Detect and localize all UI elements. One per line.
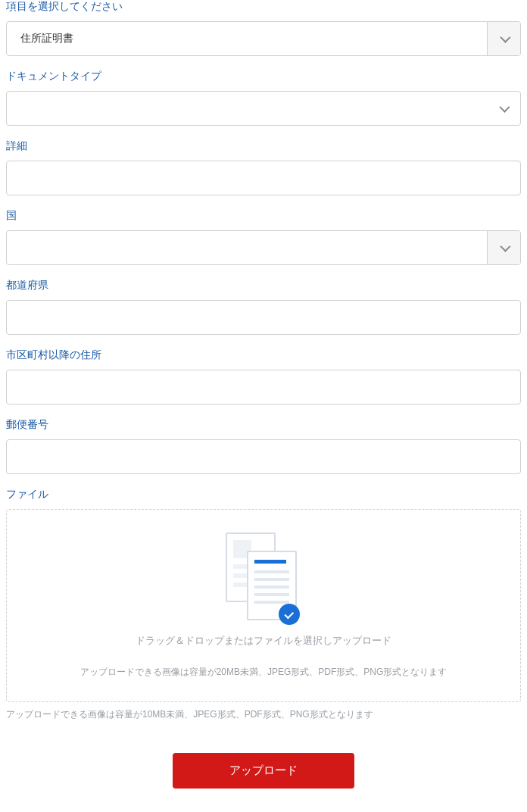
detail-label: 詳細	[6, 139, 521, 153]
doctype-select-value	[7, 92, 487, 125]
dropzone-text: ドラッグ＆ドロップまたはファイルを選択しアップロード	[22, 634, 505, 648]
item-select-value: 住所証明書	[7, 22, 487, 55]
prefecture-label: 都道府県	[6, 279, 521, 292]
upload-button[interactable]: アップロード	[173, 753, 354, 789]
chevron-down-icon	[487, 92, 520, 125]
item-select[interactable]: 住所証明書	[6, 21, 521, 56]
dropzone-hint: アップロードできる画像は容量が20MB未満、JPEG形式、PDF形式、PNG形式…	[22, 666, 505, 679]
prefecture-input[interactable]	[6, 300, 521, 335]
postal-label: 郵便番号	[6, 418, 521, 432]
detail-input[interactable]	[6, 161, 521, 195]
chevron-down-icon	[487, 22, 520, 55]
country-select-value	[7, 231, 487, 264]
footer-hint: アップロードできる画像は容量が10MB未満、JPEG形式、PDF形式、PNG形式…	[6, 708, 521, 721]
file-label: ファイル	[6, 488, 521, 501]
country-label: 国	[6, 209, 521, 223]
country-select[interactable]	[6, 230, 521, 265]
file-dropzone[interactable]: ドラッグ＆ドロップまたはファイルを選択しアップロード アップロードできる画像は容…	[6, 509, 521, 702]
doctype-select[interactable]	[6, 91, 521, 126]
postal-input[interactable]	[6, 439, 521, 474]
address-input[interactable]	[6, 370, 521, 404]
item-label: 項目を選択してください	[6, 0, 521, 14]
address-label: 市区町村以降の住所	[6, 348, 521, 362]
documents-icon	[226, 532, 301, 616]
chevron-down-icon	[487, 231, 520, 264]
check-circle-icon	[279, 604, 300, 625]
doctype-label: ドキュメントタイプ	[6, 70, 521, 83]
